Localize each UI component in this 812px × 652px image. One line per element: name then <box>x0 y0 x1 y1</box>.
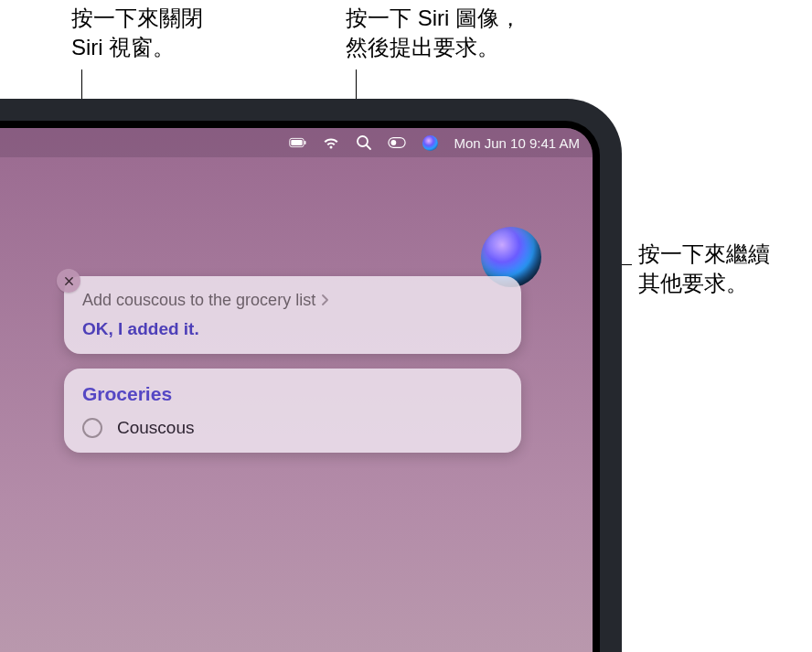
svg-line-4 <box>367 145 370 149</box>
control-center-icon[interactable] <box>388 134 406 152</box>
siri-response-card: Add couscous to the grocery list OK, I a… <box>64 276 521 354</box>
siri-window: Add couscous to the grocery list OK, I a… <box>64 276 521 467</box>
chevron-right-icon <box>321 294 328 308</box>
callout-siri-icon: 按一下 Siri 圖像， 然後提出要求。 <box>346 4 521 63</box>
menubar: Mon Jun 10 9:41 AM <box>0 128 593 157</box>
list-title: Groceries <box>82 383 503 405</box>
battery-icon[interactable] <box>289 134 307 152</box>
reminders-list-card[interactable]: Groceries Couscous <box>64 369 521 453</box>
menubar-datetime[interactable]: Mon Jun 10 9:41 AM <box>454 135 580 151</box>
mac-device-frame: Mon Jun 10 9:41 AM Add couscous to the g… <box>0 99 622 652</box>
siri-request-text: Add couscous to the grocery list <box>82 291 315 310</box>
list-item-label: Couscous <box>117 418 195 438</box>
close-icon <box>64 276 74 286</box>
list-item[interactable]: Couscous <box>82 418 503 438</box>
close-button[interactable] <box>57 269 80 293</box>
reminder-checkbox[interactable] <box>82 418 102 438</box>
svg-point-6 <box>391 140 397 145</box>
siri-menubar-icon[interactable] <box>421 134 439 152</box>
svg-rect-1 <box>292 140 303 145</box>
desktop-wallpaper: Mon Jun 10 9:41 AM Add couscous to the g… <box>0 128 593 652</box>
siri-response-text: OK, I added it. <box>82 319 503 339</box>
svg-rect-2 <box>304 141 306 144</box>
mac-bezel: Mon Jun 10 9:41 AM Add couscous to the g… <box>0 121 600 652</box>
spotlight-icon[interactable] <box>355 134 373 152</box>
svg-point-3 <box>358 136 368 146</box>
callout-close: 按一下來關閉 Siri 視窗。 <box>71 4 203 63</box>
wifi-icon[interactable] <box>322 134 340 152</box>
siri-request-row[interactable]: Add couscous to the grocery list <box>82 291 503 310</box>
callout-siri-orb: 按一下來繼續 其他要求。 <box>638 240 770 299</box>
